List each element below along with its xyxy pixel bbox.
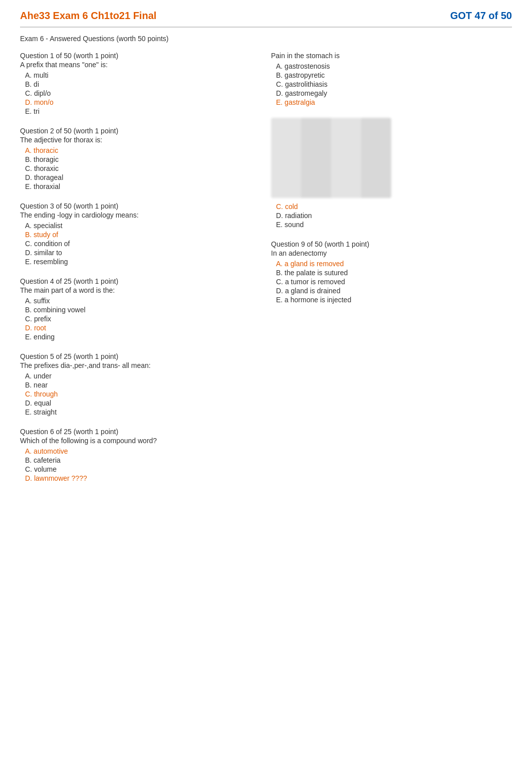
question-block: Question 4 of 25 (worth 1 point)The main…	[20, 277, 256, 341]
answer-item: B. the palate is sutured	[271, 268, 512, 277]
answer-item: B. near	[20, 380, 256, 389]
answer-item: D. root	[20, 323, 256, 332]
answer-item: D. thorageal	[20, 173, 256, 182]
answer-item: C. prefix	[20, 314, 256, 323]
question-block: C. coldD. radiationE. sound	[271, 118, 512, 229]
answer-item: E. straight	[20, 408, 256, 417]
answer-item: E. thoraxial	[20, 182, 256, 191]
question-block: Question 5 of 25 (worth 1 point)The pref…	[20, 352, 256, 417]
question-header: Question 3 of 50 (worth 1 point)	[20, 202, 256, 210]
answer-item: E. ending	[20, 332, 256, 341]
answer-item: B. combining vowel	[20, 305, 256, 314]
question-text: In an adenectomy	[271, 249, 512, 257]
answer-item: A. multi	[20, 71, 256, 80]
blurred-content	[271, 118, 391, 198]
question-block: Pain in the stomach isA. gastrostenosisB…	[271, 52, 512, 107]
answer-item: D. a gland is drained	[271, 286, 512, 295]
question-block: Question 1 of 50 (worth 1 point)A prefix…	[20, 52, 256, 116]
answer-item: C. thoraxic	[20, 164, 256, 173]
answer-item: D. equal	[20, 399, 256, 408]
answer-item: B. thoragic	[20, 155, 256, 164]
answer-item: D. gastromegaly	[271, 89, 512, 98]
question-header: Question 5 of 25 (worth 1 point)	[20, 352, 256, 360]
exam-score: GOT 47 of 50	[450, 10, 512, 22]
left-column: Question 1 of 50 (worth 1 point)A prefix…	[20, 52, 266, 494]
question-text: Which of the following is a compound wor…	[20, 437, 256, 445]
answer-item: A. automotive	[20, 447, 256, 456]
answer-item: B. cafeteria	[20, 456, 256, 465]
question-header: Question 2 of 50 (worth 1 point)	[20, 127, 256, 135]
exam-title: Ahe33 Exam 6 Ch1to21 Final	[20, 10, 156, 22]
question-block: Question 6 of 25 (worth 1 point)Which of…	[20, 428, 256, 483]
answer-item: D. mon/o	[20, 98, 256, 107]
answer-item: E. tri	[20, 107, 256, 116]
answer-item: C. through	[20, 389, 256, 399]
question-header: Question 9 of 50 (worth 1 point)	[271, 240, 512, 248]
answer-item: E. sound	[271, 220, 512, 229]
answer-item: A. specialist	[20, 221, 256, 230]
question-text: The prefixes dia-,per-,and trans- all me…	[20, 361, 256, 369]
answer-item: A. thoracic	[20, 146, 256, 155]
answer-item: B. study of	[20, 230, 256, 239]
question-block: Question 3 of 50 (worth 1 point)The endi…	[20, 202, 256, 266]
answer-item: B. gastropyretic	[271, 71, 512, 80]
answer-item: C. condition of	[20, 239, 256, 248]
answer-item: B. di	[20, 80, 256, 89]
answer-item: D. lawnmower ????	[20, 474, 256, 483]
exam-subtitle: Exam 6 - Answered Questions (worth 50 po…	[20, 35, 512, 43]
answer-item: C. a tumor is removed	[271, 277, 512, 286]
answer-item: D. similar to	[20, 248, 256, 257]
question-text: The main part of a word is the:	[20, 286, 256, 294]
answer-item: E. gastralgia	[271, 98, 512, 107]
answer-item: E. resembling	[20, 257, 256, 266]
answer-item: A. a gland is removed	[271, 259, 512, 268]
question-text: Pain in the stomach is	[271, 52, 512, 60]
answer-item: A. suffix	[20, 296, 256, 305]
question-header: Question 4 of 25 (worth 1 point)	[20, 277, 256, 285]
answer-item: C. volume	[20, 465, 256, 474]
answer-item: E. a hormone is injected	[271, 295, 512, 304]
question-text: The adjective for thorax is:	[20, 136, 256, 144]
answer-item: A. under	[20, 371, 256, 380]
question-block: Question 9 of 50 (worth 1 point)In an ad…	[271, 240, 512, 304]
answer-item: A. gastrostenosis	[271, 62, 512, 71]
question-block: Question 2 of 50 (worth 1 point)The adje…	[20, 127, 256, 191]
answer-item: D. radiation	[271, 211, 512, 220]
answer-item: C. gastrolithiasis	[271, 80, 512, 89]
right-column: Pain in the stomach isA. gastrostenosisB…	[266, 52, 512, 494]
question-text: A prefix that means "one" is:	[20, 61, 256, 69]
question-header: Question 1 of 50 (worth 1 point)	[20, 52, 256, 60]
answer-item: C. dipl/o	[20, 89, 256, 98]
answer-item: C. cold	[271, 202, 512, 211]
question-header: Question 6 of 25 (worth 1 point)	[20, 428, 256, 436]
question-text: The ending -logy in cardiology means:	[20, 211, 256, 219]
